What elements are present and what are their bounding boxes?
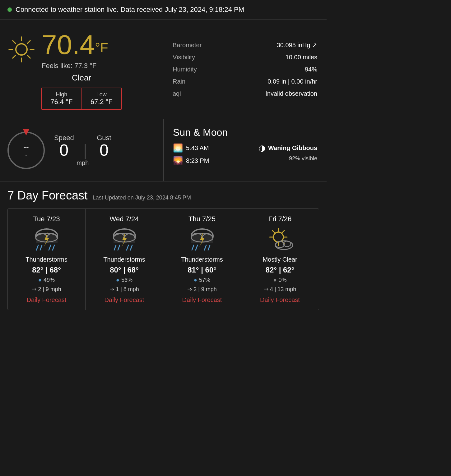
daily-forecast-link[interactable]: Daily Forecast [27,296,67,304]
forecast-condition-label: Thunderstorms [103,256,145,263]
forecast-condition-label: Thunderstorms [181,256,223,263]
compass-dash2: - [23,152,29,158]
forecast-precip: ●56% [116,277,133,283]
rain-drop-icon: ● [38,277,42,283]
sunset-row: 🌄 8:23 PM [173,156,244,166]
mph-label: mph [54,159,111,167]
sunrise-icon: 🌅 [173,143,183,153]
forecast-temps: 80° | 68° [110,266,139,274]
forecast-wind-info: ⇒ 4 | 13 mph [264,286,296,293]
rain-label: Rain [173,78,210,85]
gust-value: 0 [97,142,111,158]
svg-line-38 [208,245,210,250]
forecast-updated: Last Updated on July 23, 2024 8:45 PM [93,195,191,201]
moon-phase-text: Waning Gibbous [268,144,317,152]
precip-pct: 0% [278,277,286,283]
svg-line-5 [13,41,16,43]
wind-section: -- - Speed 0 | Gust 0 mph [0,119,163,181]
forecast-day-label: Fri 7/26 [268,215,292,223]
forecast-precip: ●49% [38,277,55,283]
svg-line-27 [127,245,128,250]
temp-unit: °F [95,40,108,55]
daily-forecast-link[interactable]: Daily Forecast [105,296,144,304]
current-weather-left: 70.4°F Feels like: 77.3 °F Clear High 76… [0,20,163,119]
forecast-day-label: Thu 7/25 [188,215,216,223]
status-text: Connected to weather station live. Data … [16,6,244,14]
rain-value: 0.09 in | 0.00 in/hr [267,78,317,85]
compass-needle [23,129,29,135]
sunset-time: 8:23 PM [186,157,209,164]
connection-status-dot [7,7,12,12]
sunrise-sunset-col: 🌅 5:43 AM 🌄 8:23 PM [173,143,244,166]
forecast-card: Thu 7/25 Thunderstorms81° | 60°●57%⇒ 2 |… [163,209,241,310]
svg-line-8 [13,55,16,58]
forecast-day-label: Wed 7/24 [110,215,139,223]
precip-pct: 49% [44,277,55,283]
aqi-value: Invalid observation [265,90,317,97]
forecast-section: 7 Day Forecast Last Updated on July 23, … [0,181,327,310]
svg-line-44 [272,231,275,233]
forecast-card: Fri 7/26 Mostly Clear82° | 62°●0%⇒ 4 | 1… [241,209,319,310]
forecast-temps: 82° | 68° [32,266,61,274]
sun-icon [7,35,35,63]
forecast-card: Tue 7/23 Thunderstorms82° | 68°●49%⇒ 2 |… [8,209,86,310]
compass-center: -- - [23,142,29,158]
speed-value: 0 [54,142,74,158]
sun-moon-section: Sun & Moon 🌅 5:43 AM 🌄 8:23 PM ◑ Waning … [163,119,327,181]
svg-line-46 [282,231,284,233]
svg-line-25 [114,245,116,250]
forecast-condition-label: Mostly Clear [263,256,297,263]
temperature-block: 70.4°F Feels like: 77.3 °F [42,29,108,70]
forecast-icon [263,226,297,254]
svg-line-16 [40,245,42,250]
aqi-label: aqi [173,90,210,97]
precip-pct: 56% [121,277,133,283]
barometer-value: 30.095 inHg ↗ [277,41,317,49]
sun-moon-grid: 🌅 5:43 AM 🌄 8:23 PM ◑ Waning Gibbous 92%… [173,143,317,166]
forecast-icon [30,226,64,254]
rain-drop-icon: ● [116,277,119,283]
feels-like: Feels like: 77.3 °F [42,62,108,70]
aqi-row: aqi Invalid observation [173,88,317,100]
svg-point-0 [16,44,27,55]
visibility-label: Visibility [173,54,210,61]
forecast-temps: 81° | 60° [188,266,216,274]
mostly-clear-icon [263,226,297,253]
visibility-value: 10.00 miles [286,54,317,61]
svg-line-15 [36,245,38,250]
sunset-icon: 🌄 [173,156,183,166]
gray-dot-icon: ● [273,277,277,283]
rain-drop-icon: ● [194,277,197,283]
wind-gust-stat: Gust 0 [97,134,111,158]
high-low-box: High 76.4 °F Low 67.2 °F [41,88,122,110]
current-weather-section: 70.4°F Feels like: 77.3 °F Clear High 76… [0,20,327,119]
status-bar: Connected to weather station live. Data … [0,0,327,20]
low-temp-item: Low 67.2 °F [82,88,122,109]
daily-forecast-link[interactable]: Daily Forecast [260,296,300,304]
forecast-grid: Tue 7/23 Thunderstorms82° | 68°●49%⇒ 2 |… [7,208,319,310]
forecast-title: 7 Day Forecast [7,189,88,202]
temperature-display: 70.4°F [42,29,108,61]
svg-line-37 [204,245,206,250]
rain-row: Rain 0.09 in | 0.00 in/hr [173,76,317,88]
svg-line-35 [192,245,194,250]
wind-divider: | [83,142,88,158]
svg-line-17 [49,245,51,250]
wind-stats: Speed 0 | Gust 0 [54,134,111,158]
visibility-row: Visibility 10.00 miles [173,51,317,63]
svg-line-18 [53,245,54,250]
barometer-row: Barometer 30.095 inHg ↗ [173,39,317,51]
forecast-wind-info: ⇒ 2 | 9 mph [187,286,217,293]
daily-forecast-link[interactable]: Daily Forecast [182,296,222,304]
high-value: 76.4 °F [47,98,77,106]
moon-visible-text: 92% visible [247,155,317,162]
sun-moon-title: Sun & Moon [173,127,317,138]
forecast-day-label: Tue 7/23 [33,215,60,223]
svg-line-26 [118,245,120,250]
forecast-header: 7 Day Forecast Last Updated on July 23, … [7,189,319,202]
forecast-precip: ●57% [194,277,210,283]
svg-line-7 [27,41,30,43]
barometer-label: Barometer [173,42,210,49]
wind-speed-stat: Speed 0 [54,134,74,158]
humidity-value: 94% [305,66,317,73]
